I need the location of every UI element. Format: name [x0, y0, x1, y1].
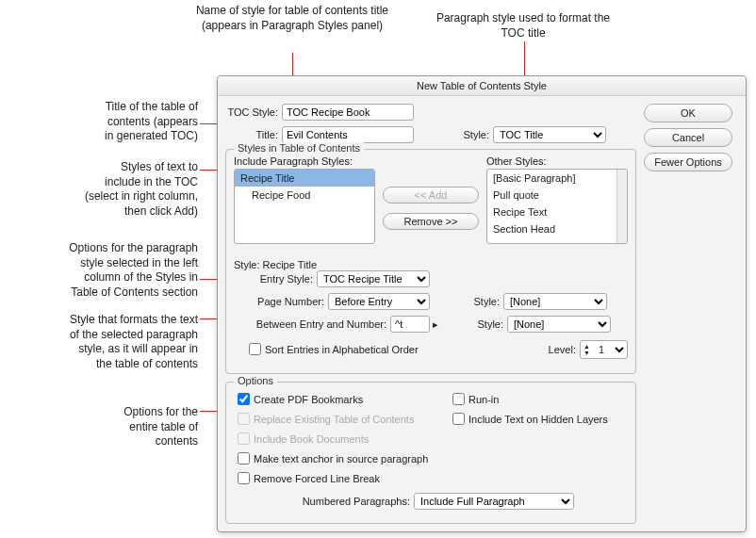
- page-number-style-select[interactable]: [None]: [503, 293, 607, 310]
- remove-break-label: Remove Forced Line Break: [254, 473, 380, 484]
- runin-label: Run-in: [468, 394, 499, 405]
- flyout-icon[interactable]: ▸: [430, 318, 441, 331]
- level-stepper[interactable]: ▲▼ 1: [580, 340, 628, 359]
- entry-style-label: Entry Style:: [245, 273, 313, 285]
- styles-in-toc-section: Styles in Table of Contents Include Para…: [225, 149, 636, 374]
- selected-style-label: Style: Recipe Title: [234, 259, 628, 270]
- options-section: Options Create PDF Bookmarks Replace Exi…: [225, 382, 636, 524]
- annotation-title: Title of the table of contents (appears …: [28, 100, 198, 144]
- pdf-bookmarks-checkbox[interactable]: [238, 393, 250, 405]
- level-value: 1: [593, 344, 610, 355]
- page-number-label: Page Number:: [245, 296, 324, 307]
- cancel-button[interactable]: Cancel: [644, 128, 732, 147]
- title-input[interactable]: [282, 126, 414, 143]
- options-legend: Options: [234, 375, 277, 386]
- list-item[interactable]: Section Head: [487, 220, 627, 237]
- chevron-down-icon[interactable]: ▼: [581, 350, 593, 356]
- include-styles-list[interactable]: Recipe Title Recipe Food: [234, 169, 375, 244]
- anchor-label: Make text anchor in source paragraph: [254, 453, 428, 465]
- between-label: Between Entry and Number:: [245, 318, 386, 330]
- level-select[interactable]: [610, 342, 627, 357]
- replace-toc-label: Replace Existing Table of Contents: [254, 414, 414, 425]
- pdf-bookmarks-label: Create PDF Bookmarks: [254, 394, 363, 405]
- annotation-options: Options for the entire table of contents: [64, 405, 198, 449]
- replace-toc-checkbox: [238, 413, 250, 425]
- ok-button[interactable]: OK: [644, 104, 732, 122]
- other-styles-list[interactable]: [Basic Paragraph] Pull quote Recipe Text…: [486, 169, 628, 244]
- annotation-include-styles: Styles of text to include in the TOC (se…: [23, 160, 198, 219]
- annotation-entry-options: Options for the paragraph style selected…: [6, 241, 198, 300]
- include-book-label: Include Book Documents: [254, 433, 369, 445]
- sort-alpha-label: Sort Entries in Alphabetical Order: [265, 344, 419, 355]
- other-styles-label: Other Styles:: [486, 155, 628, 167]
- list-item[interactable]: Pull quote: [487, 187, 627, 204]
- page-number-select[interactable]: Before Entry: [328, 293, 430, 310]
- list-item[interactable]: Recipe Text: [487, 204, 627, 220]
- chevron-up-icon[interactable]: ▲: [581, 343, 593, 350]
- level-label: Level:: [529, 344, 576, 355]
- toc-style-input[interactable]: [282, 104, 414, 121]
- toc-style-label: TOC Style:: [225, 106, 278, 118]
- numbered-para-select[interactable]: Include Full Paragraph: [414, 493, 574, 510]
- sort-alpha-checkbox[interactable]: [249, 343, 261, 355]
- title-label: Title:: [225, 129, 278, 140]
- fewer-options-button[interactable]: Fewer Options: [644, 153, 732, 171]
- dialog-new-toc-style: New Table of Contents Style TOC Style: T…: [217, 75, 747, 532]
- add-button[interactable]: << Add: [383, 187, 479, 204]
- numbered-para-label: Numbered Paragraphs:: [288, 496, 410, 507]
- title-style-select[interactable]: TOC Title: [493, 126, 606, 143]
- page-number-style-label: Style:: [443, 296, 500, 307]
- hidden-layers-checkbox[interactable]: [452, 413, 465, 425]
- list-item[interactable]: Recipe Food: [235, 187, 374, 204]
- between-input[interactable]: [390, 316, 430, 333]
- between-style-label: Style:: [447, 318, 503, 330]
- annotation-entry-style: Style that formats the text of the selec…: [6, 313, 198, 371]
- include-styles-label: Include Paragraph Styles:: [234, 155, 375, 167]
- styles-in-toc-legend: Styles in Table of Contents: [234, 142, 364, 154]
- dialog-title: New Table of Contents Style: [218, 76, 746, 96]
- remove-break-checkbox[interactable]: [238, 472, 250, 484]
- title-style-label: Style:: [433, 129, 489, 140]
- anchor-checkbox[interactable]: [238, 452, 250, 465]
- entry-style-select[interactable]: TOC Recipe Title: [317, 270, 430, 287]
- list-item[interactable]: Recipe Title: [235, 170, 374, 187]
- annotation-paragraph-style-title: Paragraph style used to format the TOC t…: [424, 11, 622, 41]
- between-style-select[interactable]: [None]: [507, 316, 611, 333]
- hidden-layers-label: Include Text on Hidden Layers: [468, 414, 608, 425]
- annotation-toc-style-name: Name of style for table of contents titl…: [189, 4, 396, 33]
- scrollbar[interactable]: [616, 170, 627, 243]
- runin-checkbox[interactable]: [452, 393, 465, 405]
- list-item[interactable]: [Basic Paragraph]: [487, 170, 627, 187]
- remove-button[interactable]: Remove >>: [383, 213, 479, 230]
- include-book-checkbox: [238, 432, 250, 445]
